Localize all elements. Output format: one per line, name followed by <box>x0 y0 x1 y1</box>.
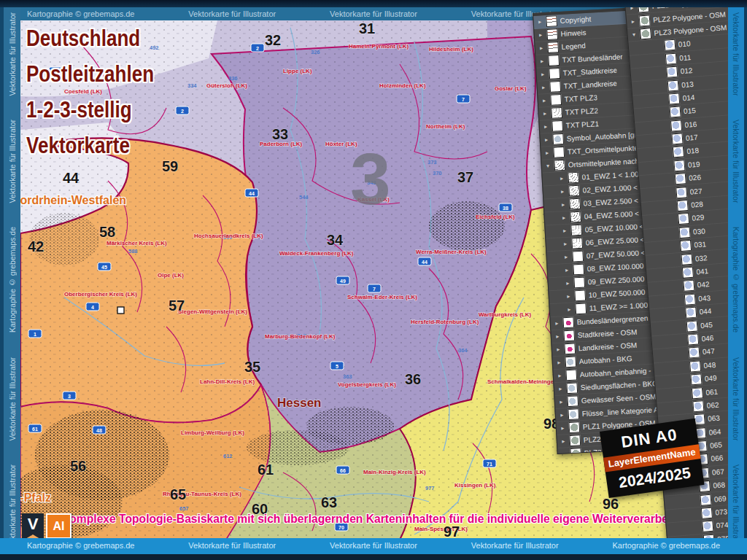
layer-thumbnail[interactable] <box>569 198 581 210</box>
layer-thumbnail[interactable] <box>678 213 689 225</box>
layer-thumbnail[interactable] <box>566 382 578 394</box>
chevron-right-icon[interactable] <box>665 179 672 180</box>
layer-thumbnail[interactable] <box>570 211 581 223</box>
chevron-right-icon[interactable]: ▸ <box>562 254 569 260</box>
layer-thumbnail[interactable] <box>677 200 689 211</box>
chevron-right-icon[interactable] <box>671 246 678 247</box>
chevron-right-icon[interactable] <box>693 527 700 528</box>
chevron-right-icon[interactable] <box>673 273 680 274</box>
chevron-down-icon[interactable]: ▾ <box>544 163 551 169</box>
chevron-right-icon[interactable]: ▸ <box>557 385 564 392</box>
chevron-right-icon[interactable] <box>664 153 670 154</box>
chevron-right-icon[interactable] <box>662 126 668 127</box>
chevron-right-icon[interactable] <box>675 300 681 300</box>
layer-thumbnail[interactable] <box>683 280 694 292</box>
layer-thumbnail[interactable] <box>666 66 678 78</box>
layer-thumbnail[interactable] <box>676 187 687 198</box>
layer-thumbnail[interactable] <box>546 28 558 40</box>
layer-thumbnail[interactable] <box>701 508 713 519</box>
chevron-right-icon[interactable]: ▸ <box>561 228 568 234</box>
layer-thumbnail[interactable] <box>700 494 711 505</box>
chevron-right-icon[interactable]: ▸ <box>558 398 565 405</box>
chevron-right-icon[interactable] <box>658 86 665 87</box>
layer-thumbnail[interactable] <box>546 15 557 27</box>
layer-thumbnail[interactable] <box>670 120 682 131</box>
layer-thumbnail[interactable] <box>679 227 691 238</box>
layer-thumbnail[interactable] <box>552 133 564 145</box>
layer-thumbnail[interactable] <box>690 373 702 385</box>
chevron-right-icon[interactable]: ▸ <box>537 31 543 38</box>
layer-thumbnail[interactable] <box>548 55 560 66</box>
layer-thumbnail[interactable] <box>664 39 676 51</box>
layer-thumbnail[interactable] <box>570 225 582 236</box>
chevron-right-icon[interactable] <box>690 487 697 488</box>
layer-thumbnail[interactable] <box>665 52 677 64</box>
layer-thumbnail[interactable] <box>564 343 576 354</box>
chevron-right-icon[interactable] <box>677 327 684 327</box>
chevron-right-icon[interactable] <box>681 367 687 368</box>
layer-thumbnail[interactable] <box>671 133 683 144</box>
chevron-right-icon[interactable] <box>660 113 667 114</box>
layer-thumbnail[interactable] <box>682 267 694 279</box>
chevron-right-icon[interactable] <box>678 340 685 341</box>
chevron-right-icon[interactable]: ▸ <box>543 136 549 143</box>
chevron-right-icon[interactable] <box>659 99 666 100</box>
layer-thumbnail[interactable] <box>551 120 563 132</box>
chevron-right-icon[interactable]: ▸ <box>559 411 565 418</box>
chevron-right-icon[interactable]: ▸ <box>543 149 550 156</box>
chevron-right-icon[interactable]: ▸ <box>536 18 543 25</box>
layer-thumbnail[interactable] <box>572 251 584 262</box>
layer-thumbnail[interactable] <box>667 79 679 91</box>
chevron-right-icon[interactable]: ▸ <box>630 18 637 25</box>
chevron-right-icon[interactable] <box>682 394 689 394</box>
chevron-right-icon[interactable]: ▸ <box>562 241 568 247</box>
layer-thumbnail[interactable] <box>673 147 684 158</box>
layer-thumbnail[interactable] <box>549 68 560 79</box>
layer-thumbnail[interactable] <box>692 400 704 412</box>
chevron-right-icon[interactable]: ▸ <box>560 201 566 208</box>
chevron-right-icon[interactable]: ▸ <box>540 84 546 90</box>
layer-thumbnail[interactable] <box>550 94 562 106</box>
chevron-down-icon[interactable]: ▾ <box>630 31 638 39</box>
layer-thumbnail[interactable] <box>684 293 696 305</box>
chevron-right-icon[interactable]: ▸ <box>565 280 571 287</box>
layer-thumbnail[interactable] <box>673 160 685 171</box>
chevron-right-icon[interactable] <box>674 287 681 287</box>
layer-thumbnail[interactable] <box>675 173 686 184</box>
chevron-right-icon[interactable]: ▸ <box>558 175 565 182</box>
layer-thumbnail[interactable] <box>554 160 565 171</box>
layer-thumbnail[interactable] <box>681 253 692 265</box>
chevron-right-icon[interactable]: ▸ <box>554 333 561 340</box>
chevron-right-icon[interactable] <box>667 206 674 207</box>
chevron-right-icon[interactable]: ▸ <box>539 71 546 77</box>
layer-thumbnail[interactable] <box>551 107 562 119</box>
layer-thumbnail[interactable] <box>574 290 586 302</box>
layer-thumbnail[interactable] <box>575 303 587 315</box>
layer-thumbnail[interactable] <box>553 147 565 158</box>
chevron-right-icon[interactable] <box>684 407 690 408</box>
chevron-right-icon[interactable] <box>657 73 664 74</box>
chevron-right-icon[interactable]: ▸ <box>542 123 549 130</box>
layer-thumbnail[interactable] <box>568 408 579 420</box>
chevron-right-icon[interactable] <box>681 380 688 381</box>
layer-thumbnail[interactable] <box>640 28 651 39</box>
layer-thumbnail[interactable] <box>685 307 697 319</box>
layer-thumbnail[interactable] <box>571 238 583 249</box>
chevron-right-icon[interactable] <box>665 166 671 167</box>
chevron-right-icon[interactable]: ▸ <box>560 214 567 221</box>
layer-thumbnail[interactable] <box>567 395 578 407</box>
layer-thumbnail[interactable] <box>689 360 701 372</box>
layer-thumbnail[interactable] <box>639 15 651 26</box>
layer-thumbnail[interactable] <box>702 521 713 532</box>
layer-thumbnail[interactable] <box>573 264 584 276</box>
chevron-right-icon[interactable]: ▸ <box>554 320 560 327</box>
chevron-right-icon[interactable] <box>692 514 698 515</box>
chevron-right-icon[interactable] <box>656 59 662 60</box>
layer-thumbnail[interactable] <box>568 421 580 433</box>
chevron-right-icon[interactable]: ▸ <box>541 110 548 117</box>
layer-thumbnail[interactable] <box>569 435 581 446</box>
layer-thumbnail[interactable] <box>680 240 692 252</box>
layer-thumbnail[interactable] <box>687 333 699 345</box>
chevron-right-icon[interactable]: ▸ <box>555 346 562 353</box>
layer-thumbnail[interactable] <box>670 106 681 118</box>
